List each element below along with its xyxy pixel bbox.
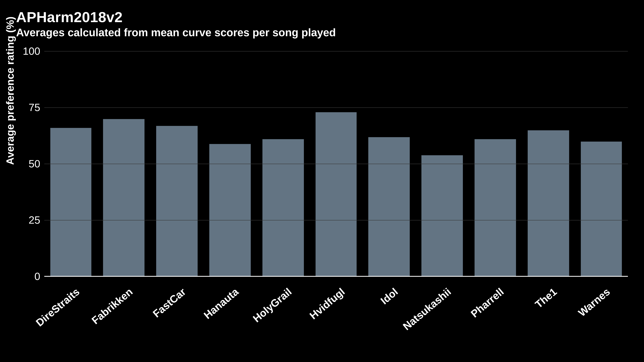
- gridline: [44, 51, 628, 51]
- bar: [528, 130, 569, 277]
- bar: [50, 128, 92, 277]
- y-axis-label: Average preference rating (%): [4, 16, 16, 165]
- y-tick-label: 75: [20, 101, 40, 114]
- bar: [474, 139, 516, 277]
- bar: [316, 112, 357, 277]
- y-tick-label: 25: [20, 214, 40, 226]
- chart-subtitle: Averages calculated from mean curve scor…: [16, 26, 336, 39]
- bars-container: [44, 51, 628, 277]
- bar: [156, 126, 198, 277]
- plot-area: [44, 51, 628, 277]
- bar: [103, 119, 144, 277]
- bar: [581, 142, 622, 277]
- y-tick-label: 50: [20, 158, 40, 170]
- chart-title: APHarm2018v2: [16, 9, 123, 26]
- bar: [422, 155, 463, 277]
- x-tick-labels: DireStraitsFabrikkenFastCarHanautaHolyGr…: [44, 277, 628, 357]
- gridline: [44, 164, 628, 164]
- y-tick-label: 100: [20, 45, 40, 57]
- y-tick-label: 0: [20, 270, 40, 283]
- bar: [368, 137, 410, 277]
- chart-frame: APHarm2018v2 Averages calculated from me…: [0, 0, 644, 362]
- bar: [262, 139, 304, 277]
- gridline: [44, 220, 628, 220]
- gridline: [44, 107, 628, 108]
